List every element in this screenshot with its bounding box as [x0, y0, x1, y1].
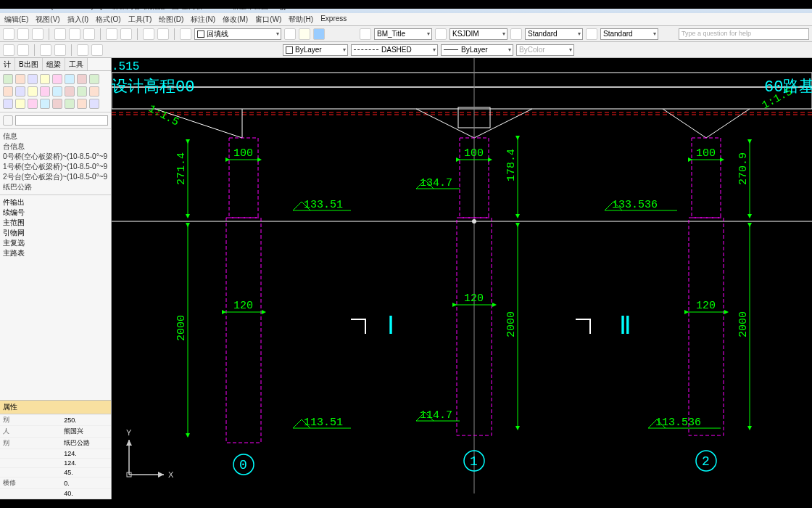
tab-beam[interactable]: 组梁: [43, 58, 65, 70]
lp-btn-22-icon[interactable]: [65, 99, 75, 109]
redo-icon[interactable]: [120, 28, 132, 40]
pan-icon[interactable]: [143, 28, 154, 40]
search-icon[interactable]: [3, 115, 13, 126]
zoom-icon[interactable]: [157, 28, 169, 40]
menu-express[interactable]: Express: [320, 15, 347, 24]
open-icon[interactable]: [17, 28, 29, 40]
roadbed-label: 60路基: [764, 78, 812, 97]
lp-btn-16-icon[interactable]: [89, 86, 99, 97]
layer-iso-icon[interactable]: [313, 28, 325, 40]
menu-insert[interactable]: 插入(I): [67, 15, 88, 24]
copy-icon[interactable]: [69, 28, 80, 40]
menu-view[interactable]: 视图(V): [36, 15, 59, 24]
lp-btn-1-icon[interactable]: [3, 74, 13, 84]
lp-btn-3-icon[interactable]: [28, 74, 38, 84]
list-item[interactable]: 主范围: [3, 218, 108, 228]
list-item[interactable]: 主路表: [3, 248, 108, 258]
layer-combo[interactable]: 回填线: [194, 28, 281, 40]
design-elev-label: 设计高程00: [112, 78, 194, 97]
lp-btn-11-icon[interactable]: [28, 86, 38, 97]
mleaderstyle-combo[interactable]: Standard: [600, 28, 658, 40]
lp-btn-21-icon[interactable]: [52, 99, 62, 109]
tool-a-icon[interactable]: [3, 44, 14, 56]
lp-btn-9-icon[interactable]: [3, 86, 13, 97]
menu-modify[interactable]: 修改(M): [223, 15, 248, 24]
menu-tools[interactable]: 工具(T): [128, 15, 152, 24]
mleaderstyle-icon[interactable]: [586, 28, 597, 40]
dim-100b: 100: [464, 147, 484, 160]
tab-plot[interactable]: B出图: [15, 58, 43, 70]
tree-item[interactable]: 2号台(空心板梁台)~(10-8.5-0°~9: [3, 172, 108, 182]
lp-btn-23-icon[interactable]: [77, 99, 87, 109]
axis-0: 0: [239, 458, 247, 472]
save-icon[interactable]: [32, 28, 44, 40]
tree-item[interactable]: 信息: [3, 131, 108, 142]
new-icon[interactable]: [3, 28, 14, 40]
menu-window[interactable]: 窗口(W): [255, 15, 281, 24]
tree-item[interactable]: 0号桥(空心板梁桥)~(10-8.5-0°~9: [3, 152, 108, 162]
list-item[interactable]: 件输出: [3, 197, 108, 208]
list-item[interactable]: 主复选: [3, 238, 108, 248]
lp-btn-4-icon[interactable]: [40, 74, 50, 84]
list-item[interactable]: 引物网: [3, 228, 108, 238]
menu-format[interactable]: 格式(O): [96, 15, 120, 24]
menu-draw[interactable]: 绘图(D): [159, 15, 183, 24]
lineweight-combo[interactable]: ByLayer: [441, 44, 513, 56]
layer-prev-icon[interactable]: [284, 28, 296, 40]
lp-btn-15-icon[interactable]: [77, 86, 87, 97]
tool-c-icon[interactable]: [40, 44, 51, 56]
lp-btn-12-icon[interactable]: [40, 86, 50, 97]
project-tree[interactable]: 信息 台信息 0号桥(空心板梁桥)~(10-8.5-0°~9 1号桥(空心板梁桥…: [0, 129, 111, 195]
cut-icon[interactable]: [54, 28, 66, 40]
panel-search: [0, 112, 111, 129]
menu-dimension[interactable]: 标注(N): [191, 15, 215, 24]
layer-states-icon[interactable]: [299, 28, 310, 40]
lp-btn-2-icon[interactable]: [15, 74, 25, 84]
linetype-combo[interactable]: DASHED: [351, 44, 438, 56]
lp-btn-24-icon[interactable]: [89, 99, 99, 109]
lp-btn-20-icon[interactable]: [40, 99, 50, 109]
menu-help[interactable]: 帮助(H): [289, 15, 313, 24]
tool-d-icon[interactable]: [54, 44, 66, 56]
dimstyle-combo[interactable]: KSJDIM: [450, 28, 508, 40]
tool-e-icon[interactable]: [77, 44, 88, 56]
lp-btn-18-icon[interactable]: [15, 99, 25, 109]
tree-item[interactable]: 台信息: [3, 142, 108, 152]
item-list[interactable]: 件输出 续编号 主范围 引物网 主复选 主路表: [0, 195, 111, 400]
tool-f-icon[interactable]: [91, 44, 103, 56]
list-item[interactable]: 续编号: [3, 208, 108, 218]
lp-btn-17-icon[interactable]: [3, 99, 13, 109]
lp-btn-10-icon[interactable]: [15, 86, 25, 97]
panel-tabs[interactable]: 计 B出图 组梁 工具: [0, 58, 111, 71]
menu-edit[interactable]: 编辑(E): [4, 15, 28, 24]
lp-btn-13-icon[interactable]: [52, 86, 62, 97]
drawing-canvas[interactable]: 271.4 100 2000 120 133.51 113.51 0: [112, 58, 812, 508]
tree-item[interactable]: 1号桥(空心板梁桥)~(10-8.5-0°~9: [3, 162, 108, 172]
paste-icon[interactable]: [83, 28, 95, 40]
panel-search-input[interactable]: [15, 115, 108, 126]
plotstyle-combo[interactable]: ByColor: [516, 44, 574, 56]
dim-2000a: 2000: [175, 315, 188, 341]
lp-btn-8-icon[interactable]: [89, 74, 99, 84]
tree-item[interactable]: 纸巴公路: [3, 182, 108, 192]
tablestyle-combo[interactable]: Standard: [525, 28, 583, 40]
lp-btn-14-icon[interactable]: [65, 86, 75, 97]
textstyle-icon[interactable]: [360, 28, 371, 40]
tool-b-icon[interactable]: [17, 44, 29, 56]
undo-icon[interactable]: [106, 28, 117, 40]
menu-bar[interactable]: 编辑(E) 视图(V) 插入(I) 格式(O) 工具(T) 绘图(D) 标注(N…: [0, 13, 812, 26]
tab-tools[interactable]: 工具: [65, 58, 88, 70]
textstyle-combo[interactable]: BM_Title: [374, 28, 432, 40]
dimstyle-icon[interactable]: [435, 28, 447, 40]
layer-manager-icon[interactable]: [180, 28, 191, 40]
property-grid[interactable]: 属性 别250. 人熊国兴 别纸巴公路 124. 124. 45. 横修0. 4…: [0, 400, 111, 508]
lp-btn-6-icon[interactable]: [65, 74, 75, 84]
tablestyle-icon[interactable]: [510, 28, 522, 40]
tab-calc[interactable]: 计: [0, 58, 15, 70]
color-combo[interactable]: ByLayer: [283, 44, 348, 56]
lp-btn-5-icon[interactable]: [52, 74, 62, 84]
lp-btn-7-icon[interactable]: [77, 74, 87, 84]
svg-rect-2: [112, 87, 812, 109]
help-search[interactable]: Type a question for help: [679, 28, 809, 40]
lp-btn-19-icon[interactable]: [28, 99, 38, 109]
